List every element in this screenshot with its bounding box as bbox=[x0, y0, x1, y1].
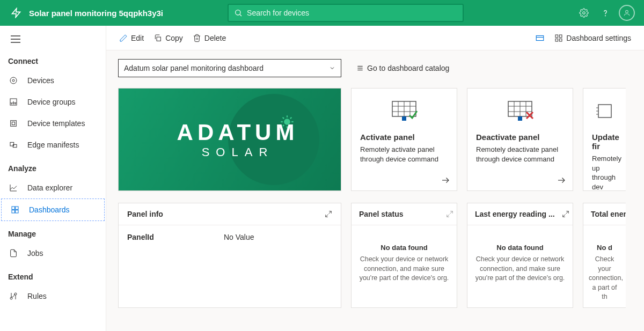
svg-rect-29 bbox=[537, 35, 544, 40]
solar-panel-check-icon bbox=[360, 99, 448, 125]
svg-line-74 bbox=[563, 215, 566, 217]
svg-point-1 bbox=[236, 10, 240, 15]
svg-point-26 bbox=[10, 297, 12, 299]
arrow-right-icon[interactable] bbox=[557, 175, 566, 185]
svg-rect-23 bbox=[16, 207, 18, 209]
sidebar-item-device-groups[interactable]: Device groups bbox=[0, 91, 106, 113]
sidebar-item-label: Jobs bbox=[27, 249, 43, 258]
sidebar-section-analyze: Analyze bbox=[0, 156, 106, 177]
tile-last-energy-reading: Last energy reading ... No data found Ch… bbox=[467, 203, 573, 308]
sidebar-section-manage: Manage bbox=[0, 221, 106, 242]
expand-icon[interactable] bbox=[325, 210, 332, 218]
svg-line-72 bbox=[447, 215, 450, 217]
menu-toggle[interactable] bbox=[0, 30, 106, 48]
tile-panel-info: Panel info PanelId No Value bbox=[118, 203, 341, 308]
svg-point-27 bbox=[14, 293, 17, 295]
help-icon[interactable] bbox=[595, 2, 616, 24]
svg-rect-28 bbox=[157, 37, 160, 41]
edit-icon bbox=[119, 34, 128, 42]
svg-line-71 bbox=[450, 211, 453, 214]
info-key: PanelId bbox=[127, 233, 224, 241]
chip-icon bbox=[592, 99, 617, 125]
nodata-body: Check your connection, a part of th bbox=[589, 255, 620, 302]
expand-icon[interactable] bbox=[446, 210, 453, 218]
tile-title: Panel info bbox=[127, 210, 163, 218]
catalog-label: Go to dashboard catalog bbox=[367, 64, 449, 72]
delete-button[interactable]: Delete bbox=[193, 34, 226, 42]
device-groups-icon bbox=[8, 97, 19, 107]
svg-line-73 bbox=[566, 211, 569, 214]
tile-desc: Remotely deactivate panel through device… bbox=[476, 145, 564, 185]
dashboard-settings-button[interactable]: Dashboard settings bbox=[554, 34, 631, 42]
svg-point-4 bbox=[605, 16, 606, 16]
brand-line2: SOLAR bbox=[177, 145, 299, 159]
tile-title: Update fir bbox=[592, 133, 617, 151]
main-content: Edit Copy Delete Dashboard settings bbox=[106, 26, 644, 331]
toolbar-label: Copy bbox=[165, 34, 183, 42]
toolbar-label: Edit bbox=[131, 34, 144, 42]
brand-line1: ADATUM bbox=[177, 120, 299, 145]
fullscreen-icon[interactable] bbox=[535, 33, 545, 43]
toolbar-label: Delete bbox=[204, 34, 226, 42]
sidebar-item-label: Rules bbox=[27, 292, 47, 300]
search-input[interactable] bbox=[247, 9, 457, 17]
sidebar-item-jobs[interactable]: Jobs bbox=[0, 242, 106, 264]
svg-rect-25 bbox=[16, 210, 18, 213]
sidebar-item-data-explorer[interactable]: Data explorer bbox=[0, 177, 106, 198]
tile-panel-status: Panel status No data found Check your de… bbox=[351, 203, 457, 308]
tile-title: Last energy reading ... bbox=[475, 210, 555, 218]
arrow-right-icon[interactable] bbox=[441, 175, 450, 185]
app-title: Solar panel monitoring 5qqpkh3y3i bbox=[29, 9, 163, 18]
tile-desc: Remotely activate panel through device c… bbox=[360, 145, 448, 185]
edge-manifests-icon bbox=[8, 139, 19, 150]
sidebar-item-label: Device groups bbox=[27, 98, 76, 106]
data-explorer-icon bbox=[8, 182, 19, 193]
nodata-body: Check your device or network connection,… bbox=[357, 255, 451, 283]
dashboards-icon bbox=[10, 204, 20, 215]
sidebar-item-rules[interactable]: Rules bbox=[0, 285, 106, 307]
sidebar-item-edge-manifests[interactable]: Edge manifests bbox=[0, 134, 106, 156]
svg-point-3 bbox=[583, 12, 586, 14]
nodata-title: No d bbox=[589, 244, 620, 252]
solar-panel-x-icon bbox=[476, 99, 564, 125]
brand-tile: ADATUM SOLAR bbox=[118, 88, 341, 191]
tile-total-energy: Total ener No d Check your connection, a… bbox=[583, 203, 626, 308]
tile-update-firmware[interactable]: Update fir Remotely up through dev bbox=[583, 88, 626, 191]
toolbar-label: Dashboard settings bbox=[566, 34, 631, 42]
dashboard-selector[interactable]: Adatum solar panel monitoring dashboard bbox=[118, 59, 341, 77]
svg-rect-65 bbox=[598, 105, 611, 117]
expand-icon[interactable] bbox=[562, 210, 569, 218]
sidebar-item-device-templates[interactable]: Device templates bbox=[0, 113, 106, 134]
tile-title: Total ener bbox=[591, 210, 626, 218]
tile-title: Panel status bbox=[359, 210, 403, 218]
edit-button[interactable]: Edit bbox=[119, 34, 144, 42]
nodata-title: No data found bbox=[357, 244, 451, 252]
tile-deactivate-panel[interactable]: Deactivate panel Remotely deactivate pan… bbox=[467, 88, 573, 191]
svg-rect-31 bbox=[555, 35, 558, 38]
sidebar-item-label: Data explorer bbox=[27, 183, 72, 192]
devices-icon bbox=[8, 75, 19, 86]
copy-icon bbox=[153, 34, 162, 42]
sidebar-item-dashboards[interactable]: Dashboards bbox=[1, 198, 105, 221]
sidebar-section-connect: Connect bbox=[0, 48, 106, 70]
settings-icon[interactable] bbox=[573, 2, 595, 24]
sidebar-item-label: Edge manifests bbox=[27, 141, 79, 149]
copy-button[interactable]: Copy bbox=[153, 34, 183, 42]
svg-point-9 bbox=[10, 77, 17, 84]
account-icon[interactable] bbox=[616, 2, 638, 24]
tile-activate-panel[interactable]: Activate panel Remotely activate panel t… bbox=[351, 88, 457, 191]
sidebar-item-devices[interactable]: Devices bbox=[0, 70, 106, 91]
svg-rect-16 bbox=[11, 121, 17, 127]
dashboard-catalog-link[interactable]: Go to dashboard catalog bbox=[356, 64, 449, 72]
top-bar: Solar panel monitoring 5qqpkh3y3i bbox=[0, 0, 644, 26]
chevron-down-icon bbox=[329, 65, 335, 71]
svg-point-5 bbox=[626, 10, 628, 13]
svg-rect-22 bbox=[12, 207, 14, 209]
svg-line-46 bbox=[290, 117, 291, 119]
dashboard-selector-label: Adatum solar panel monitoring dashboard bbox=[124, 64, 264, 72]
search-box[interactable] bbox=[228, 4, 464, 22]
app-logo-icon bbox=[6, 8, 26, 18]
nodata-body: Check your device or network connection,… bbox=[473, 255, 567, 283]
sidebar: Connect Devices Device groups Device tem… bbox=[0, 26, 106, 331]
svg-rect-61 bbox=[518, 116, 522, 121]
